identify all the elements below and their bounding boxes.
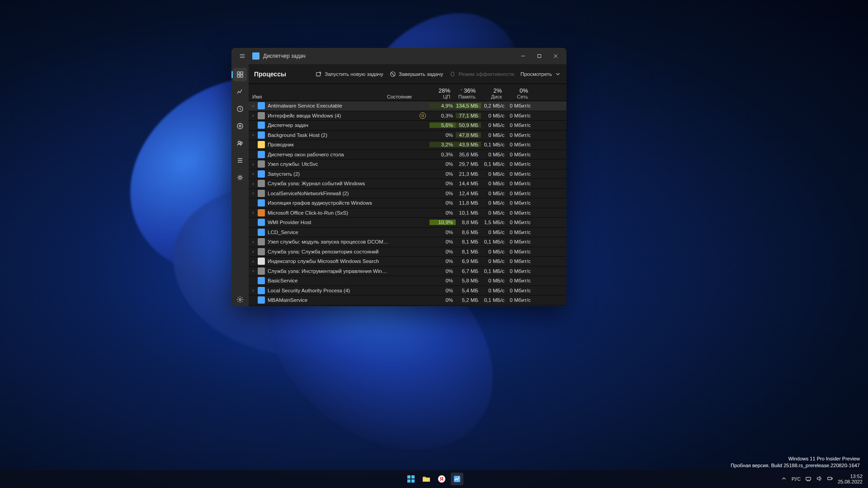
process-row[interactable]: Диспетчер окон рабочего стола0,3%35,6 МБ… xyxy=(249,150,566,160)
process-cpu: 10,9% xyxy=(429,220,456,225)
taskbar[interactable]: Я РУС 13:52 25.08.2022 xyxy=(0,470,868,488)
start-button[interactable] xyxy=(405,473,417,485)
process-net: 0 Мбит/с xyxy=(507,171,533,177)
svg-point-6 xyxy=(237,123,243,129)
process-row[interactable]: BasicService0%5,8 МБ0 МБ/с0 Мбит/с xyxy=(249,276,566,286)
process-row[interactable]: ›Antimalware Service Executable4,9%134,5… xyxy=(249,101,566,111)
process-cpu: 0% xyxy=(429,288,456,293)
process-row[interactable]: Проводник3,2%43,9 МБ0,1 МБ/с0 Мбит/с xyxy=(249,140,566,150)
process-disk: 0,1 МБ/с xyxy=(481,142,507,147)
sidebar-users[interactable] xyxy=(233,136,247,150)
expand-chevron[interactable]: › xyxy=(249,288,258,293)
process-mem: 5,8 МБ xyxy=(456,278,481,283)
end-task-button[interactable]: Завершить задачу xyxy=(390,71,443,77)
process-name: MBAMainService xyxy=(268,297,390,303)
process-disk: 0 МБ/с xyxy=(481,278,507,283)
col-net-header[interactable]: 0%Сеть xyxy=(505,88,531,99)
yandex-taskbar-icon[interactable]: Я xyxy=(435,473,448,485)
expand-chevron[interactable]: › xyxy=(249,181,258,186)
process-row[interactable]: ›Узел службы: модуль запуска процессов D… xyxy=(249,237,566,247)
process-icon xyxy=(258,287,265,294)
volume-icon[interactable] xyxy=(816,475,822,483)
paused-icon xyxy=(420,113,426,119)
process-name: Узел службы: UtcSvc xyxy=(268,161,390,167)
sidebar-app-history[interactable] xyxy=(233,102,247,116)
process-name: Microsoft Office Click-to-Run (SxS) xyxy=(268,210,390,216)
process-net: 0 Мбит/с xyxy=(507,249,533,254)
sidebar-settings[interactable] xyxy=(233,293,247,306)
language-indicator[interactable]: РУС xyxy=(792,477,801,482)
process-row[interactable]: ›Служба узла: Служба репозитория состоян… xyxy=(249,247,566,257)
expand-chevron[interactable]: › xyxy=(249,103,258,108)
network-icon[interactable] xyxy=(805,475,811,483)
process-row[interactable]: WMI Provider Host10,9%8,8 МБ1,5 МБ/с0 Мб… xyxy=(249,218,566,228)
svg-rect-21 xyxy=(806,477,811,480)
expand-chevron[interactable]: › xyxy=(249,113,258,118)
process-row[interactable]: ›Запустить (2)0%21,3 МБ0 МБ/с0 Мбит/с xyxy=(249,169,566,179)
new-task-button[interactable]: Запустить новую задачу xyxy=(316,71,383,77)
clock[interactable]: 13:52 25.08.2022 xyxy=(838,474,863,484)
process-row[interactable]: ›Интерфейс ввода Windows (4)0,3%77,1 МБ0… xyxy=(249,111,566,121)
tray-overflow-button[interactable] xyxy=(781,475,787,483)
process-row[interactable]: ›Background Task Host (2)0%47,8 МБ0 МБ/с… xyxy=(249,131,566,141)
page-title: Процессы xyxy=(254,70,286,78)
col-name-header[interactable]: Имя xyxy=(249,94,387,99)
process-cpu: 0% xyxy=(429,200,456,206)
sidebar-services[interactable] xyxy=(233,171,247,184)
process-row[interactable]: MBAMainService0%5,2 МБ0,1 МБ/с0 Мбит/с xyxy=(249,296,566,305)
expand-chevron[interactable]: › xyxy=(249,239,258,244)
expand-chevron[interactable]: › xyxy=(249,259,258,264)
col-mem-header[interactable]: 36%Память xyxy=(453,88,478,99)
process-rows[interactable]: ›Antimalware Service Executable4,9%134,5… xyxy=(249,101,566,306)
process-cpu: 0% xyxy=(429,239,456,244)
process-status xyxy=(390,113,429,119)
watermark-line2: Пробная версия. Build 25188.rs_prereleas… xyxy=(731,462,860,469)
expand-chevron[interactable]: › xyxy=(249,249,258,254)
maximize-button[interactable] xyxy=(531,50,547,62)
process-mem: 77,1 МБ xyxy=(456,113,481,118)
process-name: LCD_Service xyxy=(268,230,390,235)
expand-chevron[interactable]: › xyxy=(249,132,258,137)
explorer-taskbar-icon[interactable] xyxy=(420,473,433,485)
sidebar-details[interactable] xyxy=(233,154,247,167)
process-icon xyxy=(258,102,265,109)
process-row[interactable]: Изоляция графов аудиоустройств Windows0%… xyxy=(249,198,566,208)
titlebar[interactable]: Диспетчер задач xyxy=(231,48,566,64)
view-menu-button[interactable]: Просмотреть xyxy=(520,71,561,77)
col-cpu-header[interactable]: 28%ЦП xyxy=(427,88,453,99)
sidebar-startup[interactable] xyxy=(233,119,247,133)
minimize-button[interactable] xyxy=(515,50,531,62)
battery-icon[interactable] xyxy=(827,475,833,483)
process-name: Служба узла: Служба репозитория состояни… xyxy=(268,249,390,254)
process-name: Диспетчер окон рабочего стола xyxy=(268,152,390,157)
process-row[interactable]: ›Служба узла: Журнал событий Windows0%14… xyxy=(249,179,566,189)
process-cpu: 0% xyxy=(429,268,456,274)
process-name: Служба узла: Журнал событий Windows xyxy=(268,181,390,186)
sidebar-performance[interactable] xyxy=(233,85,247,99)
expand-chevron[interactable]: › xyxy=(249,162,258,167)
expand-chevron[interactable]: › xyxy=(249,171,258,176)
expand-chevron[interactable]: › xyxy=(249,268,258,273)
process-row[interactable]: ›Local Security Authority Process (4)0%5… xyxy=(249,286,566,296)
col-disk-header[interactable]: 2%Диск xyxy=(478,88,505,99)
task-manager-taskbar-icon[interactable] xyxy=(451,473,463,485)
process-row[interactable]: ›Microsoft Office Click-to-Run (SxS)0%10… xyxy=(249,208,566,218)
col-status-header[interactable]: Состояние xyxy=(387,94,427,99)
process-row[interactable]: ›Узел службы: UtcSvc0%29,7 МБ0,1 МБ/с0 М… xyxy=(249,160,566,169)
expand-chevron[interactable]: › xyxy=(249,191,258,196)
process-row[interactable]: ›LocalServiceNoNetworkFirewall (2)0%12,4… xyxy=(249,189,566,199)
sidebar-processes[interactable] xyxy=(233,68,247,81)
cpu-pct: 28% xyxy=(427,88,450,94)
process-row[interactable]: LCD_Service0%8,6 МБ0 МБ/с0 Мбит/с xyxy=(249,228,566,238)
svg-point-9 xyxy=(241,142,242,144)
close-button[interactable] xyxy=(547,50,564,62)
process-icon xyxy=(258,248,265,255)
process-row[interactable]: ›Служба узла: Инструментарий управления … xyxy=(249,267,566,277)
expand-chevron[interactable]: › xyxy=(249,210,258,215)
app-icon xyxy=(252,52,259,60)
hamburger-menu-button[interactable] xyxy=(236,50,249,62)
task-manager-window: Диспетчер задач Процессы Запустить новую… xyxy=(231,48,566,306)
process-row[interactable]: ›Узел службы: удаленный вызов процедур (… xyxy=(249,305,566,307)
process-row[interactable]: ›Индексатор службы Microsoft Windows Sea… xyxy=(249,257,566,267)
process-row[interactable]: Диспетчер задач5,6%50,9 МБ0 МБ/с0 Мбит/с xyxy=(249,121,566,131)
